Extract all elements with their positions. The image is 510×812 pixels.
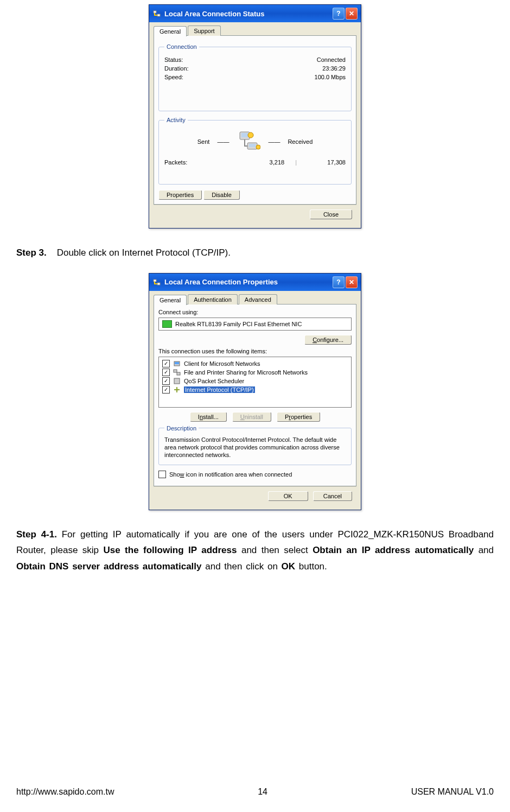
show-icon-checkbox[interactable] <box>158 471 166 478</box>
svg-rect-3 <box>241 133 248 137</box>
divider: | <box>295 159 297 166</box>
list-item-label: Client for Microsoft Networks <box>184 360 260 367</box>
configure-rest: onfigure... <box>317 337 343 343</box>
qos-icon <box>173 377 181 385</box>
list-item-label: QoS Packet Scheduler <box>184 378 244 384</box>
duration-value: 23:36:29 <box>322 65 346 72</box>
duration-label: Duration: <box>164 65 189 72</box>
step3-label: Step 3. <box>16 248 47 258</box>
step41-label: Step 4-1. <box>16 529 57 540</box>
svg-rect-1 <box>157 14 160 16</box>
checkbox-icon[interactable]: ✓ <box>162 377 170 385</box>
configure-button[interactable]: Configure... <box>304 335 352 345</box>
packets-sent: 3,218 <box>270 159 285 166</box>
client-icon <box>173 360 181 367</box>
step41-part3: and <box>474 545 494 555</box>
titlebar: Local Area Connection Status ? ✕ <box>149 5 361 22</box>
svg-rect-6 <box>249 144 256 147</box>
svg-point-7 <box>256 145 260 149</box>
page-footer: http://www.sapido.com.tw 14 USER MANUAL … <box>16 787 494 797</box>
connect-using-label: Connect using: <box>158 309 352 315</box>
speed-label: Speed: <box>164 74 183 80</box>
step41-part5: button. <box>295 561 327 572</box>
speed-value: 100.0 Mbps <box>315 74 346 80</box>
status-window: Local Area Connection Status ? ✕ General… <box>149 4 361 229</box>
properties-window: Local Area Connection Properties ? ✕ Gen… <box>149 273 361 510</box>
svg-rect-12 <box>174 370 177 372</box>
status-value: Connected <box>317 56 346 63</box>
tab-general[interactable]: General <box>154 295 187 305</box>
adapter-box: Realtek RTL8139 Family PCI Fast Ethernet… <box>158 318 352 331</box>
step41-bold4: OK <box>282 561 296 572</box>
properties-button[interactable]: Properties <box>158 190 202 200</box>
ok-button[interactable]: OK <box>268 491 308 501</box>
share-icon <box>173 369 181 376</box>
svg-rect-13 <box>177 372 180 375</box>
props-window-title: Local Area Connection Properties <box>164 278 331 286</box>
list-item[interactable]: ✓ QoS Packet Scheduler <box>161 377 349 385</box>
svg-point-4 <box>248 132 253 138</box>
tabs-bar-props: General Authentication Advanced <box>154 294 356 304</box>
list-item[interactable]: ✓ File and Printer Sharing for Microsoft… <box>161 368 349 377</box>
svg-rect-9 <box>157 283 160 285</box>
cancel-button[interactable]: Cancel <box>313 491 352 501</box>
step41-paragraph: Step 4-1. For getting IP automatically i… <box>16 526 494 575</box>
status-label: Status: <box>164 56 183 63</box>
disable-button[interactable]: Disable <box>203 190 240 200</box>
adapter-name: Realtek RTL8139 Family PCI Fast Ethernet… <box>175 321 302 327</box>
window-title: Local Area Connection Status <box>164 10 331 18</box>
checkbox-icon[interactable]: ✓ <box>162 369 170 376</box>
help-button[interactable]: ? <box>333 276 345 288</box>
close-button[interactable]: ✕ <box>346 276 358 288</box>
network-icon <box>152 9 161 18</box>
checkbox-icon[interactable]: ✓ <box>162 360 170 367</box>
item-properties-button[interactable]: Properties <box>277 412 320 422</box>
step41-bold2: Obtain an IP address automatically <box>313 545 474 555</box>
network-icon <box>152 278 161 287</box>
footer-url: http://www.sapido.com.tw <box>16 787 114 797</box>
step41-bold1: Use the following IP address <box>103 545 237 555</box>
tabs-bar: General Support <box>154 26 356 36</box>
svg-rect-11 <box>175 362 179 364</box>
sent-label: Sent <box>197 138 210 145</box>
activity-legend: Activity <box>164 117 188 123</box>
tab-support[interactable]: Support <box>188 26 221 36</box>
titlebar-props: Local Area Connection Properties ? ✕ <box>149 274 361 291</box>
svg-rect-0 <box>154 11 156 13</box>
packets-received: 17,308 <box>308 159 346 166</box>
footer-page: 14 <box>258 787 267 797</box>
list-item[interactable]: ✓ Client for Microsoft Networks <box>161 359 349 368</box>
nic-icon <box>162 320 172 328</box>
footer-version: USER MANUAL V1.0 <box>411 787 494 797</box>
close-dialog-button[interactable]: Close <box>310 210 352 219</box>
step3-text: Double click on Internet Protocol (TCP/I… <box>57 248 231 258</box>
connection-group: Connection Status: Connected Duration: 2… <box>158 43 352 111</box>
dash-right: —— <box>268 138 280 145</box>
dash-left: —— <box>217 138 229 145</box>
activity-group: Activity Sent —— <box>158 117 352 185</box>
close-button[interactable]: ✕ <box>346 8 358 20</box>
svg-rect-8 <box>154 280 156 282</box>
received-label: Received <box>288 138 313 145</box>
show-icon-label: Show icon in notification area when conn… <box>169 471 292 478</box>
items-label: This connection uses the following items… <box>158 348 352 354</box>
checkbox-icon[interactable]: ✓ <box>162 386 170 394</box>
step41-part2: and then select <box>237 545 313 555</box>
help-button[interactable]: ? <box>333 8 345 20</box>
tab-general[interactable]: General <box>154 26 187 36</box>
svg-rect-14 <box>174 378 180 384</box>
step41-part4: and then click on <box>202 561 282 572</box>
uninstall-button: Uninstall <box>232 412 271 422</box>
network-activity-icon <box>237 131 260 153</box>
description-text: Transmission Control Protocol/Internet P… <box>164 436 346 459</box>
tcpip-icon <box>173 386 181 394</box>
packets-label: Packets: <box>164 159 187 166</box>
step41-bold3: Obtain DNS server address automatically <box>16 561 202 572</box>
description-legend: Description <box>164 425 199 432</box>
list-item-label: Internet Protocol (TCP/IP) <box>184 386 255 393</box>
tab-authentication[interactable]: Authentication <box>188 294 238 304</box>
list-item-selected[interactable]: ✓ Internet Protocol (TCP/IP) <box>161 385 349 394</box>
tab-advanced[interactable]: Advanced <box>239 294 277 304</box>
install-button[interactable]: Install... <box>190 412 227 422</box>
items-listbox[interactable]: ✓ Client for Microsoft Networks ✓ File a… <box>158 357 352 408</box>
